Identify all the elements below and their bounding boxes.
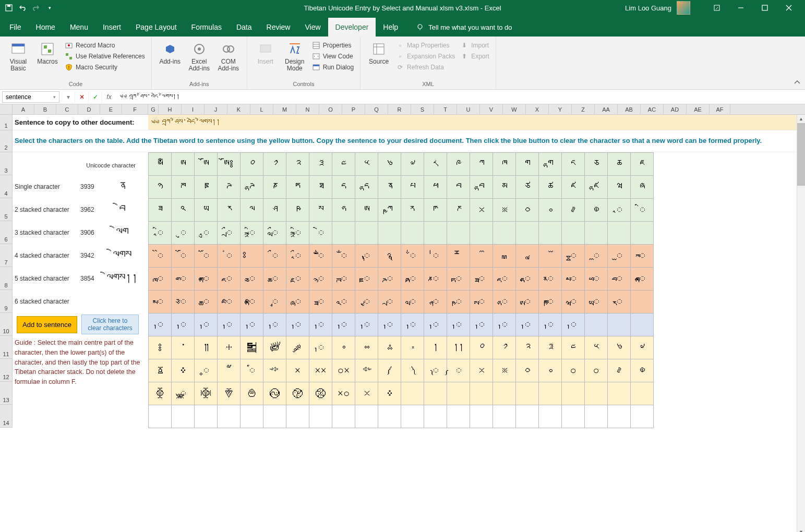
char-cell[interactable] (447, 405, 470, 428)
name-box[interactable]: sentence (2, 91, 59, 103)
char-cell[interactable] (585, 313, 608, 336)
char-cell[interactable]: ཕ (424, 176, 447, 199)
char-cell[interactable]: ༢ (516, 336, 539, 359)
char-cell[interactable] (562, 405, 585, 428)
char-cell[interactable]: ཉ (149, 176, 172, 199)
char-cell[interactable]: ༹ (241, 359, 263, 382)
undo-icon[interactable] (18, 3, 27, 13)
char-cell[interactable]: ༶ (172, 359, 195, 382)
char-cell[interactable]: ཚ (539, 176, 562, 199)
sentence-value[interactable]: ༄༅ བཀྲ་ཤིས་བདེ་ལེགས།། (148, 118, 220, 127)
char-cell[interactable]: ྲ (378, 291, 401, 313)
char-cell[interactable]: ༙ (516, 313, 539, 336)
accept-formula-icon[interactable]: ✓ (89, 91, 102, 103)
col-header-F[interactable]: F (122, 104, 148, 114)
char-cell[interactable]: ༥ (355, 153, 378, 176)
char-cell[interactable]: ླ (401, 291, 424, 313)
char-cell[interactable]: ྿ (493, 359, 516, 382)
tell-me[interactable]: Tell me what you want to do (416, 18, 512, 37)
char-cell[interactable]: ྮ (286, 291, 309, 313)
char-cell[interactable]: ྨ (149, 291, 172, 313)
char-cell[interactable]: ཤ (263, 199, 286, 222)
char-cell[interactable] (585, 222, 608, 245)
char-cell[interactable]: ༙ (447, 313, 470, 336)
char-cell[interactable]: ྍ (562, 245, 585, 268)
char-cell[interactable]: ྱ (355, 291, 378, 313)
char-cell[interactable]: ༣ (309, 153, 332, 176)
char-cell[interactable]: ཌྷ (241, 176, 263, 199)
char-cell[interactable] (332, 222, 355, 245)
xml-source-button[interactable]: Source (366, 39, 392, 80)
char-cell[interactable]: ༾ (424, 359, 447, 382)
char-cell[interactable]: ང (562, 153, 585, 176)
char-cell[interactable]: ༙ (218, 313, 241, 336)
char-cell[interactable]: ༨ (424, 153, 447, 176)
char-cell[interactable]: ࿊ (263, 382, 286, 405)
char-cell[interactable]: ྻ (585, 291, 608, 313)
char-cell[interactable] (585, 405, 608, 428)
char-cell[interactable]: ༤ (562, 336, 585, 359)
char-cell[interactable]: ཨོཾ༔ (218, 153, 241, 176)
char-cell[interactable]: མ (493, 176, 516, 199)
char-cell[interactable]: ཀྵ (378, 199, 401, 222)
char-cell[interactable]: ྌ (539, 245, 562, 268)
col-header-A[interactable]: A (13, 104, 34, 114)
char-cell[interactable]: ྾ (470, 199, 493, 222)
char-cell[interactable]: ༡ (263, 153, 286, 176)
char-cell[interactable]: ༔ (149, 336, 172, 359)
char-cell[interactable]: ྜ (378, 268, 401, 291)
tab-data[interactable]: Data (229, 18, 259, 37)
char-cell[interactable]: ྠ (470, 268, 493, 291)
char-cell[interactable]: ࿃ (631, 359, 654, 382)
char-cell[interactable]: ན (378, 176, 401, 199)
char-cell[interactable] (539, 405, 562, 428)
row-header-12[interactable]: 12 (0, 359, 13, 382)
col-header-U[interactable]: U (457, 104, 480, 114)
char-cell[interactable]: ཹ (286, 222, 309, 245)
char-cell[interactable]: ཅ (585, 153, 608, 176)
char-cell[interactable]: ྡ (493, 268, 516, 291)
char-cell[interactable] (470, 405, 493, 428)
clear-characters-button[interactable]: Click here to clear characters (81, 315, 139, 334)
char-cell[interactable]: ༥ (585, 336, 608, 359)
col-header-AE[interactable]: AE (687, 104, 710, 114)
char-cell[interactable]: ཽ (195, 245, 218, 268)
row-header-13[interactable]: 13 (0, 382, 13, 405)
char-cell[interactable]: ࿂ (562, 199, 585, 222)
char-cell[interactable] (631, 291, 654, 313)
char-cell[interactable]: ྚ (332, 268, 355, 291)
user-name[interactable]: Lim Loo Guang (625, 4, 671, 12)
char-cell[interactable] (493, 405, 516, 428)
char-cell[interactable] (493, 382, 516, 405)
char-cell[interactable]: ྒྷ (195, 268, 218, 291)
char-cell[interactable]: ཙ (516, 176, 539, 199)
char-cell[interactable] (447, 222, 470, 245)
row-header-11[interactable]: 11 (0, 336, 13, 359)
char-cell[interactable]: ྖ (263, 268, 286, 291)
char-cell[interactable]: ི (631, 199, 654, 222)
char-cell[interactable] (470, 382, 493, 405)
char-cell[interactable]: ༙ (470, 313, 493, 336)
tab-insert[interactable]: Insert (95, 18, 128, 37)
char-cell[interactable]: ཋ (195, 176, 218, 199)
char-cell[interactable]: ོ (172, 245, 195, 268)
char-cell[interactable] (539, 382, 562, 405)
tab-formulas[interactable]: Formulas (184, 18, 229, 37)
char-cell[interactable]: ༙ (286, 313, 309, 336)
char-cell[interactable] (608, 382, 631, 405)
char-cell[interactable]: ༧ (401, 153, 424, 176)
char-cell[interactable] (516, 382, 539, 405)
char-cell[interactable]: ྡྷ (516, 268, 539, 291)
char-cell[interactable]: ༙ (332, 313, 355, 336)
char-cell[interactable]: ཌ (218, 176, 241, 199)
char-cell[interactable]: ཥ (286, 199, 309, 222)
char-cell[interactable]: ࿋ (286, 382, 309, 405)
fx-icon[interactable]: fx (102, 93, 116, 101)
char-cell[interactable]: ཀ (470, 153, 493, 176)
char-cell[interactable]: ༡ (493, 336, 516, 359)
char-cell[interactable]: ཪ (401, 199, 424, 222)
char-cell[interactable] (355, 405, 378, 428)
char-cell[interactable]: ཷ (241, 222, 263, 245)
char-cell[interactable] (424, 382, 447, 405)
char-cell[interactable]: ྃ (332, 245, 355, 268)
